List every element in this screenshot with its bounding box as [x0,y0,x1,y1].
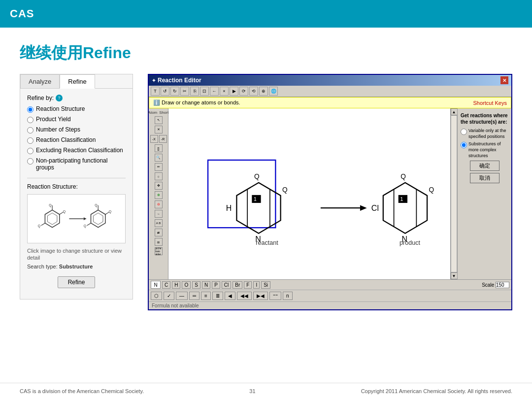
tab-refine[interactable]: Refine [60,74,95,89]
circ-btn[interactable]: n [283,292,293,300]
toolbar-btn-3[interactable]: ↻ [170,87,179,96]
scale-input[interactable] [496,282,509,288]
structure-preview[interactable]: Q Q Q [27,194,126,243]
element-c[interactable]: C [162,281,170,289]
svg-marker-0 [45,210,59,227]
svg-text:1: 1 [254,196,257,202]
ok-button[interactable]: 确定 [470,161,499,171]
check-btn[interactable]: ✓ [164,292,174,300]
element-p[interactable]: P [212,281,220,289]
tool-magnify[interactable]: 🔍 [155,154,163,162]
footer: CAS is a division of the American Chemic… [0,383,532,399]
tool-row-x-r: -X -R [150,135,167,143]
radio-reaction-classification[interactable]: Reaction Classification [27,136,126,144]
back-arrow2[interactable]: ◀◀ [237,292,252,300]
single-bond[interactable]: — [176,292,188,300]
cancel-button[interactable]: 取消 [470,173,499,183]
toolbar-btn-8[interactable]: × [220,87,229,96]
svg-text:H: H [226,204,232,212]
right-panel-option-substructure[interactable]: Substructures of more complex structures [461,141,508,159]
help-icon[interactable]: ? [56,95,63,101]
toolbar-btn-7[interactable]: ← [210,87,219,96]
toolbar-btn-globe[interactable]: 🌐 [269,87,278,96]
editor-right-panel: Get reactions where the structure(s) are… [457,108,511,279]
toolbar-btn-11[interactable]: ⟲ [249,87,258,96]
tool-group[interactable]: ⊞ [155,238,163,246]
tool-ab[interactable]: A B [155,219,163,227]
element-h[interactable]: H [172,281,180,289]
reaction-canvas-svg: N H Q Q reactant 1 [168,108,450,279]
tool-minus-red[interactable]: ⊖ [155,200,163,208]
tab-bar: Analyze Refine [20,74,133,89]
svg-marker-31 [383,183,427,233]
element-o[interactable]: O [182,281,191,289]
back-arrow[interactable]: ◀ [225,292,235,300]
svg-marker-10 [91,210,105,227]
tool-ring[interactable]: ○ [155,172,163,180]
element-br[interactable]: Br [233,281,242,289]
hexagon-btn[interactable]: ⬡ [151,292,162,300]
element-n[interactable]: N [202,281,210,289]
triple-bond[interactable]: ≡ [201,292,211,300]
tool-move[interactable]: ✥ [155,182,163,190]
tool-arrow-right[interactable]: → [155,210,163,218]
editor-canvas[interactable]: N H Q Q reactant 1 [168,108,450,279]
atom-input[interactable] [151,281,161,289]
tool-plus-green[interactable]: ⊕ [155,191,163,199]
tool-cross[interactable]: ✕ [155,126,163,133]
fwd-arrow[interactable]: ▶◀ [253,292,268,300]
scroll-up[interactable]: ▲ [451,108,458,115]
element-i[interactable]: I [253,281,260,289]
right-panel-option-variable[interactable]: Variable only at the specified positions [461,128,508,139]
scroll-down[interactable]: ▼ [451,272,458,279]
svg-marker-1 [47,213,57,225]
radio-number-of-steps[interactable]: Number of Steps [27,126,126,133]
element-f[interactable]: F [244,281,252,289]
tool-r[interactable]: -R [159,135,167,143]
tool-arrow[interactable]: ↖ [155,116,163,124]
radio-reaction-structure[interactable]: Reaction Structure [27,105,126,113]
editor-left-tools: Atom Short ↖ ✕ -X -R [] 🔍 ✏ ○ ✥ ⊕ ⊖ [149,108,168,279]
toolbar-btn-1[interactable]: T [151,87,160,96]
footer-left: CAS is a division of the American Chemic… [20,388,144,394]
tool-double-arrow[interactable]: ⇄ [155,229,163,236]
toolbar-btn-12[interactable]: ⊕ [259,87,268,96]
refine-options: Reaction Structure Product Yield Number … [27,105,126,171]
tab-analyze[interactable]: Analyze [20,74,60,88]
svg-text:1: 1 [400,196,403,202]
refine-button[interactable]: Refine [58,276,96,288]
header: CAS [0,0,532,28]
svg-line-14 [87,223,91,226]
content-area: Analyze Refine Refine by: ? Reaction Str… [20,74,512,310]
toolbar-btn-4[interactable]: ✂ [180,87,189,96]
eq-btn[interactable]: ⁼⁼ [269,292,281,300]
svg-rect-18 [208,160,275,228]
element-s[interactable]: S [192,281,200,289]
svg-text:Q: Q [38,224,40,228]
svg-marker-9 [84,217,87,220]
radio-product-yield[interactable]: Product Yield [27,116,126,123]
editor-close-button[interactable]: ✕ [500,76,508,84]
refine-by-label: Refine by: ? [27,95,126,101]
radio-non-participating[interactable]: Non-participating functional groups [27,157,126,171]
toolbar-btn-2[interactable]: ↺ [161,87,169,96]
toolbar-btn-9[interactable]: ▶ [230,87,238,96]
structure-image: Q Q Q [33,197,120,240]
shortcut-keys-link[interactable]: Shortcut Keys [473,100,507,106]
element-cl[interactable]: Cl [222,281,231,289]
tool-x[interactable]: -X [150,135,158,143]
reaction-structure-label: Reaction Structure: [27,183,126,190]
tool-bracket[interactable]: [] [155,144,163,152]
radio-excluding-reaction-classification[interactable]: Excluding Reaction Classification [27,147,126,154]
element-si[interactable]: Si [261,281,270,289]
toolbar-btn-5[interactable]: ⎘ [190,87,199,96]
scroll-track[interactable] [451,115,457,272]
tool-pen[interactable]: ✏ [155,163,163,171]
toolbar-btn-6[interactable]: ⊡ [200,87,209,96]
tool-label-btn[interactable]: pichekatoaldei [155,247,163,255]
bond-4[interactable]: ≣ [212,292,223,300]
editor-scrollbar[interactable]: ▲ ▼ [450,108,457,279]
double-bond[interactable]: ═ [189,292,200,300]
tool-row-labels: Atom Short [148,110,169,115]
toolbar-btn-10[interactable]: ⟳ [239,87,248,96]
